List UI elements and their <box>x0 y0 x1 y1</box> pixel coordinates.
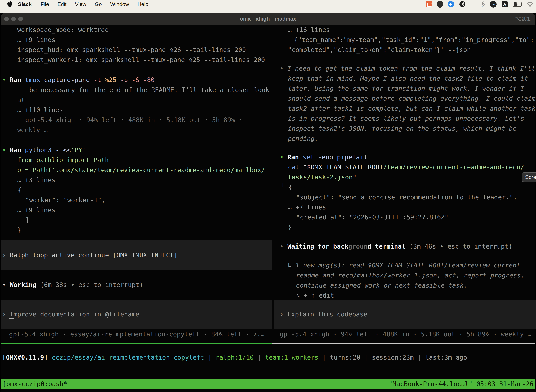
terminal-line-left: ] <box>25 215 29 225</box>
pane-border-bottom-left <box>1 343 272 344</box>
tmux-session-window[interactable]: [omx-cczip0:bash* <box>2 380 67 387</box>
text-segment: -euo pipefail <box>318 154 368 161</box>
text-segment: I need to get the claim token from the c… <box>287 65 535 72</box>
terminal-line-right: later. Using the same for transition mig… <box>288 84 524 93</box>
text-segment: … +3 lines <box>17 176 55 183</box>
waiting-status-line: • Waiting for background terminal (3m 46… <box>280 242 512 251</box>
terminal-line-right: continue assigned work or next feasible … <box>296 281 467 290</box>
pane-divider-vertical <box>272 25 273 344</box>
ran-command-cat-task: • Ran set -euo pipefail <box>280 153 368 162</box>
text-segment: " <box>303 163 307 171</box>
text-segment: … +9 lines <box>17 36 55 43</box>
text-segment: session:23m <box>372 354 414 361</box>
pane-border-bottom-right <box>273 343 535 344</box>
text-segment: Waiting for back <box>287 243 348 250</box>
text-cursor: I <box>10 311 14 318</box>
text-segment: 'PY' <box>71 146 86 154</box>
text-segment: gpt-5.4 xhigh · 94% left · 488K in · 5.1… <box>25 116 243 123</box>
terminal-content: workspace_mode: worktree… +9 linesinspec… <box>0 0 536 392</box>
terminal-line-right: task2 after task1 is complete, but can I… <box>288 104 536 113</box>
text-segment: └ <box>281 183 289 191</box>
tool-call-gutter-left <box>12 155 12 186</box>
terminal-line-right: tasks/task-2.json" <box>288 173 356 182</box>
text-segment <box>48 354 52 361</box>
text-segment: inspect_worker-1: omx sparkshell --tmux-… <box>17 56 265 63</box>
text-segment: } <box>17 226 21 233</box>
text-segment: from pathlib import Path <box>17 156 109 163</box>
terminal-line-left: … +9 lines <box>17 205 55 215</box>
terminal-line-left: } <box>17 225 21 235</box>
text-segment: … +7 lines <box>288 204 326 211</box>
text-segment: Ran <box>287 154 303 161</box>
terminal-line-right: cat "$OMX_TEAM_STATE_ROOT/team/review-cu… <box>288 163 524 172</box>
terminal-line-left: inspect_hud: omx sparkshell --tmux-pane … <box>17 45 246 54</box>
text-segment: mprove documentation in @filename <box>14 311 139 318</box>
thinking-text: • I need to get the claim token from the… <box>280 64 535 73</box>
text-segment: set <box>303 154 318 161</box>
text-segment: ↳ <box>288 262 295 269</box>
terminal-line-right: … +16 lines <box>288 25 330 34</box>
text-segment: ralph:1/10 <box>215 354 254 361</box>
terminal-line-right: '{"team_name":"my-team","task_id":"1","f… <box>290 35 534 44</box>
text-segment: › <box>2 311 10 318</box>
terminal-line-right: pending. <box>288 134 318 143</box>
text-segment: tmux <box>25 76 44 84</box>
text-segment: › <box>280 311 287 318</box>
text-segment: keep that in mind. Maybe I also need the… <box>288 75 528 82</box>
text-segment: weekly … <box>17 126 48 134</box>
tmux-status-bar: [omx-cczip0:bash* "MacBook-Pro-44.local"… <box>1 379 535 389</box>
text-segment: └ <box>10 186 18 194</box>
text-segment: $ <box>307 163 311 171</box>
text-segment: … +9 lines <box>17 206 55 214</box>
text-segment: … +110 lines <box>17 106 63 113</box>
text-segment: { <box>289 183 292 191</box>
text-segment: continue assigned work or next feasible … <box>296 282 467 289</box>
text-segment: be necessary for the end of the README. … <box>14 86 269 93</box>
text-segment: ] <box>25 216 29 224</box>
text-segment: cczip/essay/ai-reimplementation-copyleft <box>52 354 204 361</box>
screen: Slack FileEditViewGoWindowHelp § ..61 A <box>0 0 536 392</box>
text-segment: pending. <box>288 135 318 142</box>
terminal-line-right: } <box>288 223 292 232</box>
terminal-line-right: ↳ 1 new msg(s): read $OMX_TEAM_STATE_ROO… <box>288 261 524 270</box>
text-segment: inspect task2's JSON, focusing on the st… <box>288 125 517 132</box>
terminal-line-right: "subject": "send a concise recommendatio… <box>296 193 517 202</box>
text-segment: | <box>254 354 265 361</box>
terminal-line-left: … +110 lines <box>17 105 63 115</box>
text-segment: • <box>2 146 10 154</box>
terminal-line-left: inspect_worker-1: omx sparkshell --tmux-… <box>17 55 265 65</box>
screen-overlay-button[interactable]: Scre <box>522 173 536 182</box>
terminal-line-right: "completed","claim_token":"claim-token"}… <box>288 45 471 54</box>
text-segment: ⌥ + ↑ edit <box>296 292 334 299</box>
text-segment: "subject": "send a concise recommendatio… <box>296 194 517 201</box>
text-segment: Working <box>10 281 40 288</box>
text-segment: Explain this codebase <box>287 311 367 318</box>
text-segment: -t <box>94 76 105 84</box>
text-segment: (6m 38s • esc to interrupt) <box>40 281 143 288</box>
text-segment: Ran <box>10 76 25 84</box>
text-segment: gpt-5.4 xhigh · 94% left · 488K in · 5.1… <box>280 331 531 338</box>
text-segment: workspace_mode: worktree <box>17 26 109 33</box>
text-segment: cat <box>288 163 303 171</box>
ralph-loop-status-line: › Ralph loop active continue [OMX_TMUX_I… <box>2 251 177 260</box>
text-segment: p = Path('.omx/state/team/review-current… <box>17 166 265 173</box>
terminal-line-left: workspace_mode: worktree <box>17 25 109 34</box>
text-segment: should send a message before completing … <box>288 95 536 102</box>
text-segment: -p -S -80 <box>120 76 155 84</box>
text-segment: • <box>2 281 10 288</box>
text-segment: tasks/task-2.json <box>288 173 353 181</box>
text-segment: › <box>2 252 10 259</box>
pane-status-right: gpt-5.4 xhigh · 94% left · 488K in · 5.1… <box>280 330 531 339</box>
text-segment: %25 <box>105 76 120 84</box>
text-segment: | <box>318 354 330 361</box>
text-segment: [OMX#0.11.9] <box>2 354 48 361</box>
terminal-line-left: p = Path('.omx/state/team/review-current… <box>17 165 265 175</box>
terminal-line-left: └ be necessary for the end of the README… <box>10 85 269 94</box>
terminal-line-left: weekly … <box>17 125 48 135</box>
text-segment: /team/review-current-readme-and-reco/ <box>383 163 524 171</box>
terminal-line-right: └ { <box>281 183 292 192</box>
terminal-line-right: inspect task2's JSON, focusing on the st… <box>288 124 517 133</box>
terminal-line-right: … +7 lines <box>288 203 326 212</box>
tmux-host-clock: "MacBook-Pro-44.local" 05:03 31-Mar-26 <box>389 380 534 387</box>
text-segment: "completed","claim_token":"claim-token"}… <box>288 46 471 53</box>
